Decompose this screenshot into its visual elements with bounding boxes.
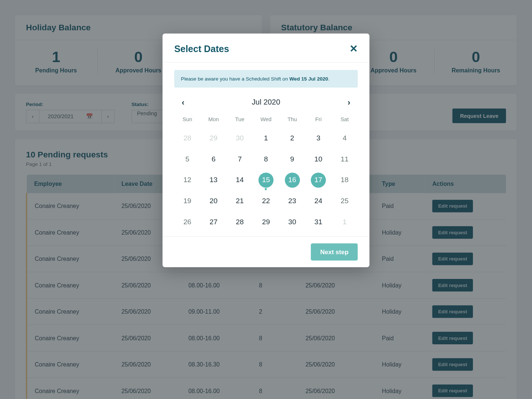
calendar-day[interactable]: 1	[331, 213, 358, 231]
calendar-dow: Mon	[201, 113, 227, 126]
calendar-day[interactable]: 23	[279, 192, 305, 210]
calendar-day[interactable]: 7	[227, 150, 253, 168]
calendar-prev-button[interactable]: ‹	[177, 96, 189, 109]
calendar-day[interactable]: 21	[227, 192, 253, 210]
calendar-day[interactable]: 11	[331, 150, 358, 168]
chevron-right-icon: ›	[348, 98, 351, 107]
calendar-day[interactable]: 10	[305, 150, 331, 168]
calendar-day[interactable]: 30	[227, 129, 253, 147]
close-button[interactable]: ✕	[349, 44, 358, 54]
event-dot-icon	[265, 188, 267, 190]
calendar-day[interactable]: 31	[305, 213, 331, 231]
close-icon: ✕	[349, 43, 358, 54]
calendar-day[interactable]: 4	[331, 129, 358, 147]
calendar-dow: Wed	[253, 113, 279, 126]
calendar-next-button[interactable]: ›	[342, 96, 355, 109]
calendar-dow: Thu	[279, 113, 305, 126]
calendar-dow: Fri	[305, 113, 331, 126]
calendar-dow: Sun	[174, 113, 201, 126]
next-step-button[interactable]: Next step	[311, 243, 358, 260]
calendar-day[interactable]: 1	[253, 129, 279, 147]
calendar-day[interactable]: 26	[174, 213, 201, 231]
calendar-day[interactable]: 28	[174, 129, 201, 147]
calendar-month: Jul 2020	[252, 98, 280, 107]
calendar-day[interactable]: 5	[174, 150, 201, 168]
calendar-day[interactable]: 14	[227, 171, 253, 190]
calendar-day[interactable]: 30	[279, 213, 305, 231]
notice-date: Wed 15 Jul 2020	[289, 76, 328, 82]
calendar-day[interactable]: 3	[305, 129, 331, 147]
calendar-day[interactable]: 6	[201, 150, 227, 168]
calendar-day[interactable]: 18	[331, 171, 358, 190]
calendar-day[interactable]: 24	[305, 192, 331, 210]
select-dates-modal: Select Dates ✕ Please be aware you have …	[163, 34, 369, 267]
calendar-day[interactable]: 29	[201, 129, 227, 147]
chevron-left-icon: ‹	[182, 98, 185, 107]
modal-overlay[interactable]: Select Dates ✕ Please be aware you have …	[0, 0, 532, 399]
calendar-day[interactable]: 25	[331, 192, 358, 210]
calendar-day[interactable]: 9	[279, 150, 305, 168]
calendar-day[interactable]: 16	[279, 171, 305, 190]
calendar-day[interactable]: 22	[253, 192, 279, 210]
modal-title: Select Dates	[174, 44, 229, 54]
notice-prefix: Please be aware you have a Scheduled Shi…	[181, 76, 289, 82]
calendar-day[interactable]: 19	[174, 192, 201, 210]
calendar-day[interactable]: 20	[201, 192, 227, 210]
calendar-day[interactable]: 8	[253, 150, 279, 168]
schedule-notice: Please be aware you have a Scheduled Shi…	[174, 70, 358, 88]
calendar-day[interactable]: 2	[279, 129, 305, 147]
calendar-day[interactable]: 28	[227, 213, 253, 231]
calendar-day[interactable]: 15	[253, 171, 279, 190]
calendar-day[interactable]: 27	[201, 213, 227, 231]
notice-suffix: .	[328, 76, 330, 82]
calendar-dow: Sat	[331, 113, 358, 126]
calendar-day[interactable]: 12	[174, 171, 201, 190]
calendar-day[interactable]: 29	[253, 213, 279, 231]
calendar-grid: SunMonTueWedThuFriSat2829301234567891011…	[174, 113, 358, 231]
calendar-day[interactable]: 17	[305, 171, 331, 190]
calendar-dow: Tue	[227, 113, 253, 126]
calendar-day[interactable]: 13	[201, 171, 227, 190]
